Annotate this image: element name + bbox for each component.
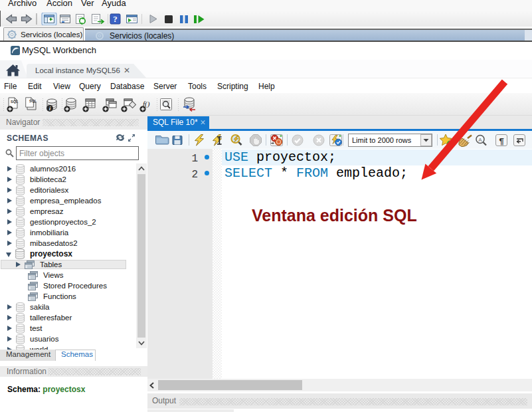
svg-text:¶: ¶ bbox=[499, 136, 503, 146]
svg-text:SQL: SQL bbox=[11, 100, 19, 104]
svg-text:A: A bbox=[478, 137, 482, 143]
svg-text:SQL: SQL bbox=[29, 99, 37, 103]
svg-text:Limit to 2000 rows: Limit to 2000 rows bbox=[352, 136, 412, 144]
svg-text:?: ? bbox=[113, 14, 118, 24]
